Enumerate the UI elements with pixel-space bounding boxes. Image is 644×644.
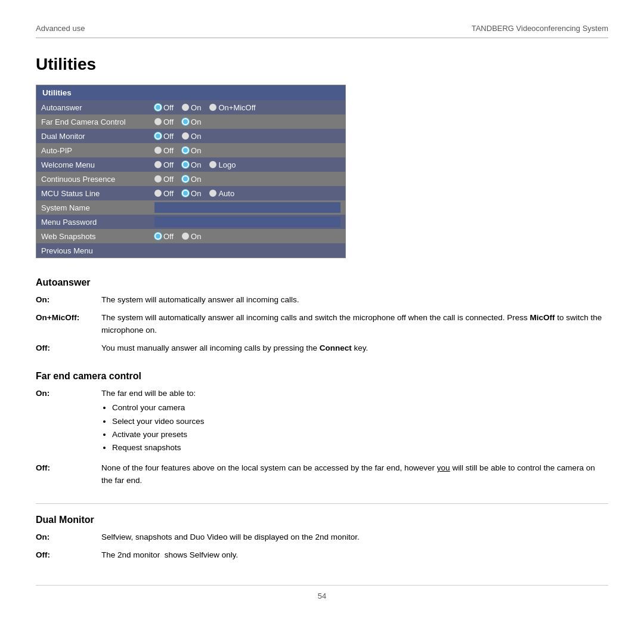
far-end-list-item-2: Select your video sources: [112, 416, 608, 428]
util-options-autoanswer: Off On On+MicOff: [154, 103, 264, 112]
far-end-off[interactable]: Off: [154, 117, 174, 126]
far-end-list-item-3: Activate your presets: [112, 429, 608, 441]
util-row-welcome-menu[interactable]: Welcome Menu Off On Logo: [36, 157, 345, 172]
auto-pip-on[interactable]: On: [182, 146, 201, 155]
util-row-mcu[interactable]: MCU Status Line Off On Auto: [36, 186, 345, 200]
util-name-autoanswer: Autoanswer: [41, 103, 154, 112]
welcome-menu-logo[interactable]: Logo: [209, 160, 236, 169]
util-row-continuous-presence[interactable]: Continuous Presence Off On: [36, 172, 345, 186]
radio-welcome-logo: [209, 161, 216, 168]
radio-autoanswer-off: [154, 104, 162, 111]
far-end-on-list: Control your camera Select your video so…: [112, 402, 608, 454]
util-name-menu-password: Menu Password: [41, 218, 154, 227]
radio-mcu-on: [182, 190, 189, 197]
def-desc-autoanswer-off: You must manually answer all incoming ca…: [101, 342, 608, 354]
def-desc-dual-monitor-on: Selfview, snapshots and Duo Video will b…: [101, 531, 608, 543]
welcome-menu-on[interactable]: On: [182, 160, 201, 169]
def-term-autoanswer-off: Off:: [36, 342, 101, 354]
section-divider-1: [36, 503, 608, 504]
def-term-far-end-on: On:: [36, 388, 101, 400]
dual-monitor-on[interactable]: On: [182, 132, 201, 141]
util-row-previous-menu[interactable]: Previous Menu: [36, 243, 345, 258]
section-dual-monitor: Dual Monitor On: Selfview, snapshots and…: [36, 515, 608, 562]
util-name-mcu: MCU Status Line: [41, 189, 154, 198]
section-autoanswer: Autoanswer On: The system will automatic…: [36, 277, 608, 354]
def-dual-monitor-off: Off: The 2nd monitor shows Selfview only…: [36, 549, 608, 561]
util-name-continuous-presence: Continuous Presence: [41, 175, 154, 184]
section-title-autoanswer: Autoanswer: [36, 277, 608, 288]
radio-cp-on: [182, 175, 189, 182]
util-row-dual-monitor[interactable]: Dual Monitor Off On: [36, 129, 345, 143]
radio-auto-pip-on: [182, 147, 189, 154]
mcu-auto[interactable]: Auto: [209, 189, 234, 198]
def-term-dual-monitor-on: On:: [36, 531, 101, 543]
mcu-off[interactable]: Off: [154, 189, 174, 198]
utilities-table-header: Utilities: [36, 85, 345, 100]
util-name-dual-monitor: Dual Monitor: [41, 132, 154, 141]
far-end-on[interactable]: On: [182, 117, 201, 126]
util-row-system-name[interactable]: System Name: [36, 200, 345, 215]
util-row-auto-pip[interactable]: Auto-PIP Off On: [36, 143, 345, 157]
def-far-end-off: Off: None of the four features above on …: [36, 462, 608, 487]
cp-on[interactable]: On: [182, 175, 201, 184]
header-right: TANDBERG Videoconferencing System: [472, 24, 608, 33]
util-row-menu-password[interactable]: Menu Password: [36, 215, 345, 229]
radio-mcu-auto: [209, 190, 216, 197]
radio-far-end-off: [154, 118, 162, 125]
def-autoanswer-onmicoff: On+MicOff: The system will automatically…: [36, 312, 608, 336]
section-body-dual-monitor: On: Selfview, snapshots and Duo Video wi…: [36, 531, 608, 562]
util-row-far-end[interactable]: Far End Camera Control Off On: [36, 114, 345, 129]
radio-autoanswer-on: [182, 104, 189, 111]
utilities-table-body: Autoanswer Off On On+MicOff: [36, 100, 345, 258]
util-row-autoanswer[interactable]: Autoanswer Off On On+MicOff: [36, 100, 345, 114]
def-far-end-on: On: The far end will be able to: Control…: [36, 388, 608, 456]
util-name-web-snapshots: Web Snapshots: [41, 232, 154, 241]
util-name-auto-pip: Auto-PIP: [41, 146, 154, 155]
radio-web-snap-off: [154, 233, 162, 240]
def-desc-autoanswer-onmicoff: The system will automatically answer all…: [101, 312, 608, 336]
top-bar: Advanced use TANDBERG Videoconferencing …: [36, 24, 608, 38]
def-desc-autoanswer-on: The system will automatically answer all…: [101, 294, 608, 306]
cp-off[interactable]: Off: [154, 175, 174, 184]
header-left: Advanced use: [36, 24, 85, 33]
util-row-web-snapshots[interactable]: Web Snapshots Off On: [36, 229, 345, 243]
section-title-far-end-camera: Far end camera control: [36, 371, 608, 382]
far-end-list-item-4: Request snapshots: [112, 442, 608, 454]
web-snap-off[interactable]: Off: [154, 232, 174, 241]
system-name-input[interactable]: [154, 202, 340, 213]
radio-autoanswer-onmicoff: [209, 104, 216, 111]
util-name-system-name: System Name: [41, 203, 154, 212]
util-options-far-end: Off On: [154, 117, 209, 126]
def-term-dual-monitor-off: Off:: [36, 549, 101, 561]
def-autoanswer-off: Off: You must manually answer all incomi…: [36, 342, 608, 354]
autoanswer-onmicoff[interactable]: On+MicOff: [209, 103, 255, 112]
web-snap-on[interactable]: On: [182, 232, 201, 241]
auto-pip-off[interactable]: Off: [154, 146, 174, 155]
section-body-autoanswer: On: The system will automatically answer…: [36, 294, 608, 354]
dual-monitor-off[interactable]: Off: [154, 132, 174, 141]
util-name-far-end: Far End Camera Control: [41, 117, 154, 126]
menu-password-input[interactable]: [154, 216, 340, 227]
def-autoanswer-on: On: The system will automatically answer…: [36, 294, 608, 306]
autoanswer-on[interactable]: On: [182, 103, 201, 112]
util-options-welcome-menu: Off On Logo: [154, 160, 244, 169]
util-options-continuous-presence: Off On: [154, 175, 209, 184]
util-name-previous-menu: Previous Menu: [41, 246, 154, 255]
radio-cp-off: [154, 175, 162, 182]
def-term-far-end-off: Off:: [36, 462, 101, 474]
welcome-menu-off[interactable]: Off: [154, 160, 174, 169]
utilities-table: Utilities Autoanswer Off On On+Mic: [36, 85, 346, 258]
mcu-on[interactable]: On: [182, 189, 201, 198]
def-desc-far-end-off: None of the four features above on the l…: [101, 462, 608, 487]
def-desc-far-end-on: The far end will be able to: Control you…: [101, 388, 608, 456]
section-body-far-end-camera: On: The far end will be able to: Control…: [36, 388, 608, 487]
autoanswer-off[interactable]: Off: [154, 103, 174, 112]
page: Advanced use TANDBERG Videoconferencing …: [0, 0, 644, 644]
radio-welcome-on: [182, 161, 189, 168]
far-end-list-item-1: Control your camera: [112, 402, 608, 414]
page-number: 54: [36, 585, 608, 600]
radio-web-snap-on: [182, 233, 189, 240]
util-options-mcu: Off On Auto: [154, 189, 243, 198]
util-options-web-snapshots: Off On: [154, 232, 209, 241]
page-title: Utilities: [36, 55, 608, 74]
